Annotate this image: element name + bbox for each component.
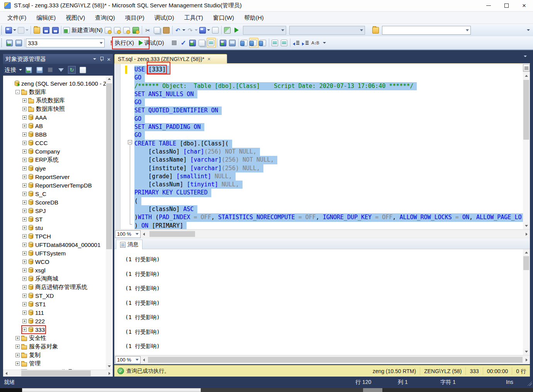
tree-expander-icon[interactable]: + [22,268,27,272]
scroll-up-button[interactable] [523,249,530,256]
connect-button[interactable] [5,38,14,48]
tree-expander-icon[interactable]: + [22,141,27,145]
split-window-grip[interactable] [523,64,530,72]
increase-indent-button[interactable] [301,38,310,48]
tree-expander-icon[interactable]: + [15,345,20,349]
code-line[interactable]: [classNo] [char](256) NOT NULL, [134,148,523,156]
scrollbar-track[interactable] [10,370,106,377]
tree-item[interactable]: +ScoreDB [3,198,113,206]
editor-zoom-combo[interactable]: 100 % [115,230,141,238]
code-line[interactable]: [className] [varchar](256) NOT NULL, [134,156,523,164]
tab-close-icon[interactable]: × [207,56,210,62]
scrollbar-thumb[interactable] [523,80,529,140]
oe-script-button[interactable] [78,66,87,74]
editor-vertical-scrollbar[interactable] [523,63,530,229]
uncomment-button[interactable] [280,38,289,48]
tree-item[interactable]: +qiye [3,164,113,172]
tree-vertical-scrollbar[interactable] [106,76,113,370]
menu-item-8[interactable]: 窗口(W) [208,12,239,24]
include-client-statistics-button[interactable] [219,38,228,48]
properties-window-button[interactable] [211,25,220,35]
scroll-up-button[interactable] [523,73,530,79]
scrollbar-thumb[interactable] [149,231,195,237]
resize-grip[interactable] [527,381,532,386]
tree-item[interactable]: +ReportServer [3,172,113,181]
play-button[interactable] [232,25,241,35]
tree-item[interactable]: +WCO [3,257,113,266]
navigate-button[interactable] [199,25,211,35]
tree-expander-icon[interactable]: + [22,243,27,247]
code-line[interactable]: /****** Object: Table [dbo].[Class] Scri… [134,82,523,90]
menu-item-1[interactable]: 文件(F) [2,12,31,24]
code-line[interactable]: )WITH (PAD_INDEX = OFF, STATISTICS_NOREC… [134,213,523,221]
redo-button[interactable]: ↷ [186,25,199,35]
scrollbar-track[interactable] [147,357,523,363]
tab-well-dropdown[interactable] [523,57,527,63]
tree-item[interactable]: +Company [3,147,113,155]
tree-item[interactable]: +ReportServerTempDB [3,181,113,189]
available-databases-combo[interactable]: 333 [26,39,105,47]
undo-button[interactable]: ↶ [174,25,186,35]
tree-item[interactable]: zeng (SQL Server 10.50.1600 - ZE [3,79,113,88]
tree-expander-icon[interactable]: + [22,285,27,289]
results-to-text-button[interactable] [240,38,249,48]
sql-editor[interactable]: − USE [333]GO/****** Object: Table [dbo]… [114,63,523,229]
tree-expander-icon[interactable]: + [22,115,27,120]
sqlcmd-mode-button[interactable] [228,38,237,48]
menu-item-5[interactable]: 项目(P) [120,12,149,24]
messages-vertical-scrollbar[interactable] [523,249,530,355]
tree-expander-icon[interactable]: + [22,98,27,103]
toolbar-combo-2[interactable] [289,26,365,35]
tree-expander-icon[interactable]: + [22,319,27,323]
tree-item[interactable]: +CCC [3,139,113,147]
design-query-button[interactable] [188,38,197,48]
paste-button[interactable] [162,25,171,35]
scrollbar-track[interactable] [147,231,523,237]
disconnect-button[interactable] [14,38,23,48]
code-line[interactable]: SET QUOTED_IDENTIFIER ON [134,106,523,115]
tree-expander-icon[interactable]: + [22,302,27,306]
oe-stop-button[interactable] [46,66,54,74]
tree-expander-icon[interactable]: + [22,192,27,196]
find-combo[interactable] [382,26,471,35]
tree-expander-icon[interactable]: + [22,175,27,179]
tree-expander-icon[interactable]: + [22,311,27,315]
tree-expander-icon[interactable]: + [22,260,27,264]
add-item-button[interactable] [17,25,29,35]
menu-item-3[interactable]: 视图(V) [61,12,90,24]
save-all-button[interactable] [51,25,60,35]
scroll-right-button[interactable] [106,370,113,377]
tree-item[interactable]: +数据库快照 [3,105,113,113]
scroll-left-button[interactable] [3,370,10,377]
parse-button[interactable]: ✓ [179,38,188,48]
sql-code[interactable]: USE [333]GO/****** Object: Table [dbo].[… [134,66,523,229]
code-line[interactable]: USE [333] [134,66,523,74]
code-line[interactable]: [classNum] [tinyint] NULL, [134,181,523,189]
scrollbar-thumb[interactable] [148,357,523,363]
tree-expander-icon[interactable]: + [22,277,27,281]
tree-item[interactable]: +333 [3,325,113,334]
messages-pane[interactable]: (1 行受影响)(1 行受影响)(1 行受影响)(1 行受影响)(1 行受影响)… [114,249,523,355]
toolbar-overflow-button[interactable] [523,25,532,35]
tree-item[interactable]: +商店进销存管理系统 [3,283,113,291]
tree-expander-icon[interactable]: + [22,132,27,137]
code-line[interactable]: GO [134,98,523,106]
toolbar-grip[interactable] [1,26,3,34]
comment-button[interactable] [270,38,280,48]
tree-expander-icon[interactable]: + [22,124,27,128]
messages-zoom-combo[interactable]: 100 % [115,356,141,364]
code-line[interactable]: SET ANSI_PADDING ON [134,123,523,131]
results-to-file-button[interactable] [258,38,268,48]
menu-item-9[interactable]: 帮助(H) [239,12,269,24]
tree-item[interactable]: +SPJ [3,206,113,215]
tree-expander-icon[interactable]: + [15,336,20,340]
tree-item[interactable]: +BBB [3,130,113,139]
results-to-grid-button[interactable] [249,38,258,48]
tree-item[interactable]: +复制 [3,351,113,359]
document-tab[interactable]: ST.sql - zeng.333 (ZENG\YLZ (58))* × [114,54,227,63]
close-button[interactable]: × [515,0,533,12]
code-line[interactable]: [institute] [varchar](256) NULL, [134,164,523,172]
tree-expander-icon[interactable]: + [15,362,20,366]
scroll-left-button[interactable] [141,231,147,237]
tree-expander-icon[interactable]: + [15,353,20,357]
